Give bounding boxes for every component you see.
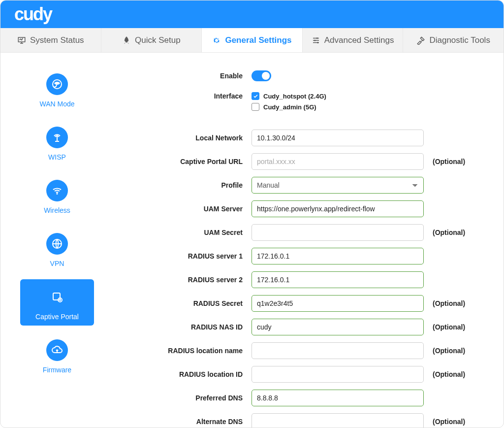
monitor-icon bbox=[17, 36, 26, 45]
optional-tag: (Optional) bbox=[424, 323, 489, 331]
label-uam-secret: UAM Secret bbox=[114, 229, 252, 236]
label-radius-nas-id: RADIUS NAS ID bbox=[114, 323, 252, 331]
label-radius-location-name: RADIUS location name bbox=[114, 347, 252, 355]
uam-server-input[interactable] bbox=[252, 200, 424, 217]
tab-quick-setup[interactable]: Quick Setup bbox=[101, 28, 202, 52]
profile-select[interactable]: Manual bbox=[252, 177, 424, 194]
sidebar-item-label: Wireless bbox=[20, 206, 94, 214]
preferred-dns-input[interactable] bbox=[252, 390, 424, 406]
optional-tag: (Optional) bbox=[424, 347, 489, 355]
sidebar-item-firmware[interactable]: Firmware bbox=[20, 332, 94, 379]
optional-tag: (Optional) bbox=[424, 299, 489, 307]
label-enable: Enable bbox=[114, 72, 252, 80]
cloud-up-icon bbox=[46, 339, 68, 361]
label-radius-server-2: RADIUS server 2 bbox=[114, 276, 252, 284]
label-radius-location-id: RADIUS location ID bbox=[114, 370, 252, 378]
enable-toggle[interactable] bbox=[252, 70, 271, 81]
uam-secret-input[interactable] bbox=[252, 224, 424, 241]
svg-point-2 bbox=[317, 42, 318, 43]
tab-label: Diagnostic Tools bbox=[429, 35, 490, 45]
tools-icon bbox=[416, 36, 425, 45]
radius-location-name-input[interactable] bbox=[252, 342, 424, 359]
sidebar-item-label: WAN Mode bbox=[20, 100, 94, 108]
sidebar-item-label: Firmware bbox=[20, 366, 94, 374]
header: cudy bbox=[0, 0, 504, 28]
svg-rect-6 bbox=[53, 293, 60, 300]
checkbox-interface-1[interactable]: Cudy_admin (5G) bbox=[252, 103, 424, 111]
sidebar-item-wireless[interactable]: Wireless bbox=[20, 173, 94, 219]
sidebar-item-vpn[interactable]: VPN bbox=[20, 226, 94, 272]
local-network-input[interactable] bbox=[252, 130, 424, 146]
app-window: cudy System Status Quick Setup General S… bbox=[0, 0, 504, 428]
label-alternate-dns: Alternate DNS bbox=[114, 418, 252, 426]
antenna-icon bbox=[46, 127, 68, 148]
sidebar-item-label: Captive Portal bbox=[20, 313, 94, 321]
top-nav: System Status Quick Setup General Settin… bbox=[0, 28, 504, 53]
radius-nas-id-input[interactable] bbox=[252, 319, 424, 335]
sidebar-item-captive-portal[interactable]: Captive Portal bbox=[20, 279, 94, 326]
gear-icon bbox=[212, 36, 221, 45]
optional-tag: (Optional) bbox=[424, 370, 489, 378]
sliders-icon bbox=[312, 36, 320, 45]
globe-grid-icon bbox=[46, 233, 68, 255]
tab-system-status[interactable]: System Status bbox=[0, 28, 101, 52]
sidebar-item-wan-mode[interactable]: WAN Mode bbox=[20, 66, 94, 113]
tab-general-settings[interactable]: General Settings bbox=[202, 28, 303, 52]
settings-form: Enable Interface Cudy_hotspot (2.4G) Cud… bbox=[114, 53, 504, 428]
label-captive-portal-url: Captive Portal URL bbox=[114, 158, 252, 165]
interface-options: Cudy_hotspot (2.4G) Cudy_admin (5G) bbox=[252, 92, 424, 114]
radius-secret-input[interactable] bbox=[252, 295, 424, 312]
label-radius-secret: RADIUS Secret bbox=[114, 299, 252, 307]
sidebar: WAN Mode WISP Wireless VPN bbox=[0, 53, 114, 428]
svg-point-1 bbox=[314, 39, 315, 41]
checkbox-interface-0[interactable]: Cudy_hotspot (2.4G) bbox=[252, 92, 424, 100]
tab-label: Quick Setup bbox=[135, 35, 181, 45]
captive-portal-url-input[interactable] bbox=[252, 153, 424, 170]
label-local-network: Local Network bbox=[114, 134, 252, 142]
label-uam-server: UAM Server bbox=[114, 205, 252, 213]
optional-tag: (Optional) bbox=[424, 158, 489, 165]
optional-tag: (Optional) bbox=[424, 229, 489, 236]
sidebar-item-label: VPN bbox=[20, 260, 94, 267]
radius-location-id-input[interactable] bbox=[252, 366, 424, 383]
checkbox-label: Cudy_admin (5G) bbox=[263, 103, 316, 111]
optional-tag: (Optional) bbox=[424, 418, 489, 426]
alternate-dns-input[interactable] bbox=[252, 413, 424, 428]
globe-ie-icon bbox=[46, 73, 68, 95]
svg-point-4 bbox=[57, 193, 58, 195]
label-radius-server-1: RADIUS server 1 bbox=[114, 252, 252, 260]
tab-label: Advanced Settings bbox=[324, 35, 394, 45]
radius-server-2-input[interactable] bbox=[252, 271, 424, 288]
label-preferred-dns: Preferred DNS bbox=[114, 394, 252, 402]
radius-server-1-input[interactable] bbox=[252, 248, 424, 264]
tab-label: System Status bbox=[30, 35, 84, 45]
sidebar-item-label: WISP bbox=[20, 153, 94, 161]
tab-diagnostic-tools[interactable]: Diagnostic Tools bbox=[403, 28, 504, 52]
label-profile: Profile bbox=[114, 181, 252, 189]
tab-label: General Settings bbox=[225, 35, 291, 45]
label-interface: Interface bbox=[114, 92, 252, 100]
checkbox-label: Cudy_hotspot (2.4G) bbox=[263, 93, 326, 100]
tab-advanced-settings[interactable]: Advanced Settings bbox=[303, 28, 404, 52]
brand-logo: cudy bbox=[14, 4, 52, 25]
sidebar-item-wisp[interactable]: WISP bbox=[20, 120, 94, 166]
svg-point-0 bbox=[316, 37, 317, 39]
portal-icon bbox=[46, 286, 68, 308]
wifi-icon bbox=[46, 180, 68, 201]
body: WAN Mode WISP Wireless VPN bbox=[0, 53, 504, 428]
rocket-icon bbox=[122, 36, 131, 45]
